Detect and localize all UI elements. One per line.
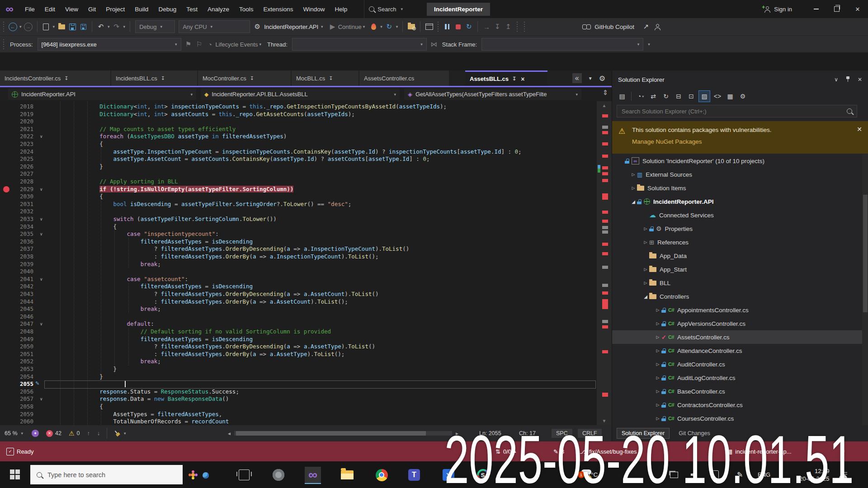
breakpoint-margin[interactable] — [0, 245, 12, 253]
task-view-button[interactable] — [239, 469, 250, 480]
scroll-left-arrow[interactable]: ◄ — [227, 431, 231, 436]
tree-item-properties[interactable]: ▷⚙Properties — [612, 222, 862, 235]
tree-item-solution-items[interactable]: ▷Solution Items — [612, 181, 862, 195]
collapsed-arrow-icon[interactable]: ▷ — [642, 281, 649, 285]
breakpoint-margin[interactable] — [0, 366, 12, 373]
tree-item-assetscontroller-cs[interactable]: ▷✓C#AssetsController.cs — [612, 330, 862, 344]
search-highlight-icon[interactable] — [203, 472, 209, 479]
menu-item-project[interactable]: Project — [101, 0, 130, 18]
fold-marker[interactable]: ∨ — [33, 230, 47, 238]
collapsed-arrow-icon[interactable]: ▷ — [654, 321, 661, 326]
preview-selected-items-icon[interactable]: ▨ — [698, 90, 710, 102]
collapsed-arrow-icon[interactable]: ▷ — [642, 226, 649, 231]
pin-icon[interactable]: ↧ — [64, 75, 68, 81]
navigate-forward-button[interactable]: → — [24, 21, 33, 33]
editor-tab-mocbll-cs[interactable]: MocBLL.cs↧ — [292, 70, 359, 86]
breakpoint-margin[interactable] — [0, 380, 12, 388]
breakpoint-margin[interactable] — [0, 320, 12, 328]
breakpoint-margin[interactable] — [0, 148, 12, 156]
redo-button[interactable]: ↷ — [112, 21, 121, 33]
error-count[interactable]: ✕ 42 — [46, 430, 61, 437]
scrollbar-up-arrow[interactable]: ▲ — [597, 103, 612, 108]
breakpoint-margin[interactable] — [0, 103, 12, 111]
fold-marker[interactable]: ∨ — [33, 133, 47, 141]
manage-nuget-packages-link[interactable]: Manage NuGet Packages — [632, 138, 702, 145]
tab-options-gear-icon[interactable]: ⚙ — [599, 74, 605, 83]
breakpoint-margin[interactable] — [0, 395, 12, 403]
breakpoint-margin[interactable] — [0, 133, 12, 141]
pin-icon[interactable]: ↧ — [161, 75, 165, 81]
breakpoint-margin[interactable] — [0, 155, 12, 163]
breakpoint-margin[interactable] — [0, 261, 12, 268]
tree-item-app-data[interactable]: App_Data — [612, 249, 862, 263]
toolbar-overflow-chevron[interactable]: ▾ — [648, 42, 650, 47]
horizontal-scrollbar-thumb[interactable] — [236, 431, 426, 436]
tree-item-external-sources[interactable]: ▷▥External Sources — [612, 168, 862, 181]
collapsed-arrow-icon[interactable]: ▷ — [654, 389, 661, 394]
show-threads-icon[interactable]: ⋈ — [429, 38, 439, 50]
tree-item-auditlogcontroller-cs[interactable]: ▷C#AuditLogController.cs — [612, 371, 862, 385]
tree-item-controllers[interactable]: ◢Controllers — [612, 290, 862, 303]
collapsed-arrow-icon[interactable]: ▷ — [630, 186, 637, 190]
code-cleanup-button[interactable]: ▾ — [114, 430, 127, 436]
breakpoint-margin[interactable] — [0, 336, 12, 343]
menu-item-edit[interactable]: Edit — [40, 0, 60, 18]
pending-changes-filter-icon[interactable]: ◔▾ — [635, 91, 646, 102]
step-into-button[interactable]: ↧ — [493, 21, 502, 33]
view-code-icon[interactable]: <> — [712, 91, 723, 102]
collapsed-arrow-icon[interactable]: ▷ — [642, 240, 649, 244]
switch-views-icon[interactable]: ▤ — [617, 91, 627, 102]
panel-close-icon[interactable]: ✕ — [858, 76, 862, 83]
breakpoint-margin[interactable] — [0, 298, 12, 306]
breakpoint-dot[interactable] — [3, 186, 9, 192]
collapsed-arrow-icon[interactable]: ▷ — [654, 362, 661, 366]
flag-icon[interactable]: ⚑ — [184, 38, 193, 50]
breakpoint-margin[interactable] — [0, 253, 12, 261]
settings-icon[interactable]: ⚙ — [737, 91, 748, 102]
breakpoint-margin[interactable] — [0, 388, 12, 396]
tree-item-attendancecontroller-cs[interactable]: ▷C#AttendanceController.cs — [612, 344, 862, 357]
pin-icon[interactable]: ↧ — [512, 76, 516, 82]
github-copilot-button[interactable]: GitHub Copilot — [582, 23, 634, 30]
minimize-button[interactable] — [806, 0, 826, 18]
editor-tab-incidentscontroller-cs[interactable]: IncidentsController.cs↧ — [0, 70, 110, 86]
solution-explorer-search-input[interactable]: Search Solution Explorer (Ctrl+;) — [617, 105, 857, 117]
collapsed-arrow-icon[interactable]: ▷ — [642, 267, 649, 272]
show-all-files-icon[interactable]: ⊡ — [686, 91, 697, 102]
taskbar-app-app-gray[interactable] — [270, 467, 287, 483]
tree-item-bll[interactable]: ▷BLL — [612, 276, 862, 290]
undo-button[interactable]: ↶ — [96, 21, 105, 33]
properties-icon[interactable]: ▦ — [725, 91, 736, 102]
tab-close-icon[interactable]: × — [521, 75, 524, 83]
step-out-button[interactable]: ↥ — [504, 21, 513, 33]
open-file-button[interactable] — [57, 21, 66, 33]
breakpoint-margin[interactable] — [0, 276, 12, 283]
breakpoint-margin[interactable] — [0, 305, 12, 313]
collapsed-arrow-icon[interactable]: ▷ — [654, 308, 661, 312]
stack-frame-dropdown[interactable]: ▾ — [481, 38, 643, 51]
breakpoint-margin[interactable] — [0, 343, 12, 351]
menu-item-tools[interactable]: Tools — [234, 0, 259, 18]
tree-item-connected-services[interactable]: ☁Connected Services — [612, 208, 862, 222]
taskbar-app-file-explorer[interactable] — [339, 467, 355, 483]
tree-item-solution-incidentreporter-10-of-10-proje[interactable]: ∞Solution 'IncidentReporter' (10 of 10 p… — [612, 154, 862, 168]
tree-item-incidentreporter-api[interactable]: ◢IncidentReporter.API — [612, 195, 862, 208]
breakpoint-margin[interactable] — [0, 358, 12, 366]
sign-in-button[interactable]: + Sign in — [764, 6, 792, 13]
breakpoint-margin[interactable] — [0, 223, 12, 231]
taskbar-search-input[interactable]: Type here to search — [30, 465, 183, 484]
collapsed-arrow-icon[interactable]: ▷ — [654, 403, 661, 407]
menu-item-build[interactable]: Build — [130, 0, 153, 18]
fold-marker[interactable]: ∨ — [33, 320, 47, 328]
breakpoint-margin[interactable] — [0, 418, 12, 425]
pin-icon[interactable] — [846, 76, 850, 82]
fold-marker[interactable]: ∨ — [33, 395, 47, 403]
fold-marker[interactable]: ∨ — [33, 216, 47, 223]
tree-item-appversionscontroller-cs[interactable]: ▷C#AppVersionsController.cs — [612, 317, 862, 330]
breakpoint-margin[interactable] — [0, 373, 12, 381]
configuration-dropdown[interactable]: Debug▾ — [135, 20, 175, 33]
feedback-person-icon[interactable] — [652, 21, 661, 33]
menu-item-git[interactable]: Git — [83, 0, 101, 18]
save-button[interactable] — [68, 21, 77, 33]
scroll-tabs-left-icon[interactable]: « — [572, 73, 582, 83]
